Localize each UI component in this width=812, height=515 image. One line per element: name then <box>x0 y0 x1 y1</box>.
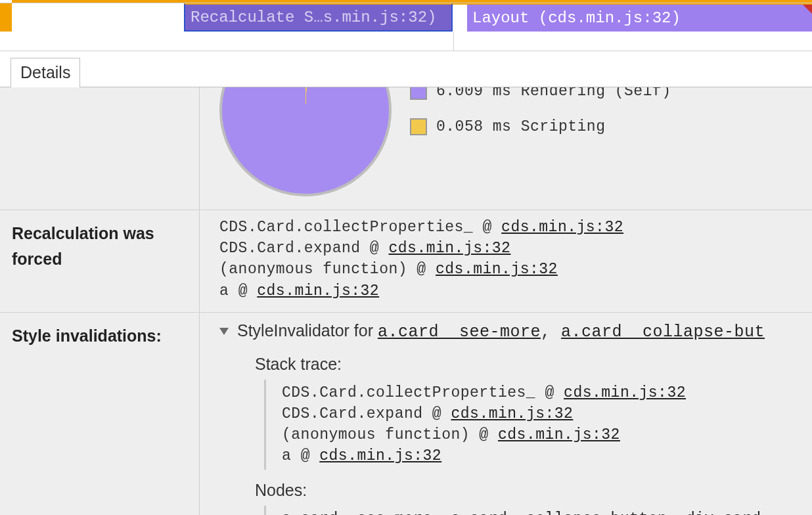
flame-block-layout[interactable]: Layout (cds.min.js:32) <box>467 3 812 32</box>
row-style-invalidations: Style invalidations: StyleInvalidator fo… <box>0 313 812 515</box>
node-link[interactable]: a.card__see-more <box>378 323 541 342</box>
flame-divider <box>0 32 812 51</box>
legend-text: 0.058 ms Scripting <box>436 116 605 137</box>
source-link[interactable]: cds.min.js:32 <box>501 219 623 236</box>
source-link[interactable]: cds.min.js:32 <box>388 240 510 257</box>
legend-text: 6.009 ms Rendering (Self) <box>436 87 671 102</box>
stack-trace: CDS.Card.collectProperties_ @ cds.min.js… <box>264 380 812 470</box>
flame-block-label: Layout (cds.min.js:32) <box>472 9 681 27</box>
disclosure-triangle-icon[interactable] <box>219 328 229 335</box>
row-label: Style invalidations: <box>0 313 200 515</box>
source-link[interactable]: cds.min.js:32 <box>257 282 379 300</box>
details-tabbar: Details <box>0 51 812 87</box>
nodes-label: Nodes: <box>255 479 812 502</box>
stack-frame: CDS.Card.collectProperties_ @ cds.min.js… <box>282 382 812 403</box>
style-invalidator-header[interactable]: StyleInvalidator for a.card__see-more, a… <box>219 319 812 344</box>
source-link[interactable]: cds.min.js:32 <box>436 261 558 278</box>
swatch-rendering <box>410 87 427 100</box>
tab-details[interactable]: Details <box>11 58 80 87</box>
pie-chart <box>219 87 392 199</box>
stack-frame: (anonymous function) @ cds.min.js:32 <box>219 259 812 280</box>
node-link[interactable]: a.card__see-more <box>282 510 432 516</box>
details-panel: 6.009 ms Rendering (Self) 0.058 ms Scrip… <box>0 87 812 515</box>
node-link[interactable]: a.card__collapse-button <box>451 510 667 516</box>
stack-frame: CDS.Card.expand @ cds.min.js:32 <box>282 403 812 424</box>
row-label-empty <box>0 87 200 210</box>
node-link[interactable]: a.card__collapse-but <box>561 323 765 342</box>
stack-frame: (anonymous function) @ cds.min.js:32 <box>282 424 812 445</box>
source-link[interactable]: cds.min.js:32 <box>564 384 686 401</box>
flame-block-label: Recalculate S…s.min.js:32) <box>191 9 436 26</box>
row-value-stack: CDS.Card.collectProperties_ @ cds.min.js… <box>200 210 812 312</box>
flame-scripting-sliver <box>0 3 12 32</box>
row-label: Recalculation was forced <box>0 210 200 312</box>
tab-label: Details <box>20 63 70 81</box>
legend-item-rendering: 6.009 ms Rendering (Self) <box>410 87 671 102</box>
source-link[interactable]: cds.min.js:32 <box>451 405 573 422</box>
legend-item-scripting: 0.058 ms Scripting <box>410 116 671 137</box>
flame-chart-row[interactable]: Recalculate S…s.min.js:32) Layout (cds.m… <box>0 3 812 32</box>
stack-frame: CDS.Card.expand @ cds.min.js:32 <box>219 238 812 259</box>
row-recalculation-forced: Recalculation was forced CDS.Card.collec… <box>0 210 812 313</box>
stack-frame: a @ cds.min.js:32 <box>282 445 812 466</box>
pie-legend: 6.009 ms Rendering (Self) 0.058 ms Scrip… <box>392 87 671 199</box>
swatch-scripting <box>410 118 427 135</box>
invalidated-nodes: a.card__see-more, a.card__collapse-butto… <box>264 506 812 516</box>
flame-block-recalculate-style[interactable]: Recalculate S…s.min.js:32) <box>184 3 453 32</box>
stack-frame: CDS.Card.collectProperties_ @ cds.min.js… <box>219 217 812 238</box>
stack-frame: a @ cds.min.js:32 <box>219 280 812 302</box>
stack-trace-label: Stack trace: <box>255 353 812 376</box>
node-link[interactable]: div.card_ <box>686 510 771 516</box>
row-value-style-invalidations: StyleInvalidator for a.card__see-more, a… <box>200 313 812 515</box>
row-aggregated-time: 6.009 ms Rendering (Self) 0.058 ms Scrip… <box>0 87 812 210</box>
source-link[interactable]: cds.min.js:32 <box>319 447 441 464</box>
source-link[interactable]: cds.min.js:32 <box>498 426 620 443</box>
